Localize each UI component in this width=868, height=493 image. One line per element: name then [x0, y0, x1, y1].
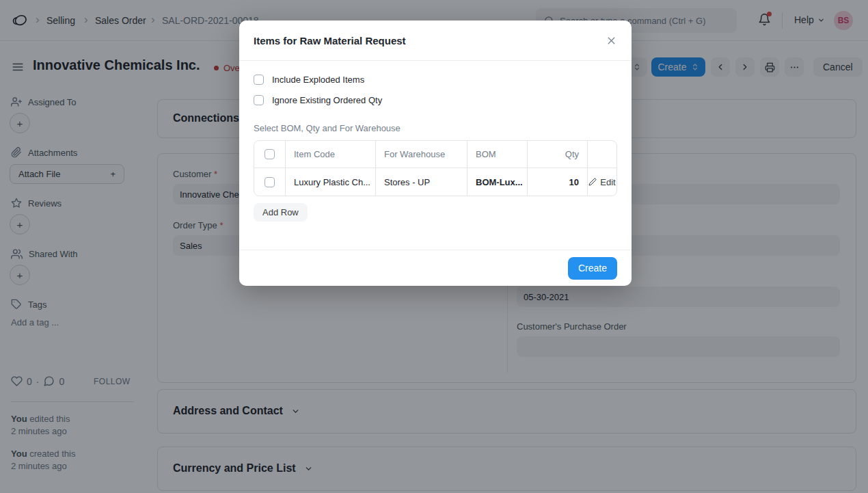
pencil-icon [588, 178, 597, 186]
qty-header: Qty [528, 141, 588, 168]
ignore-existing-ordered-qty-label: Ignore Existing Ordered Qty [272, 95, 382, 105]
bom-cell[interactable]: BOM-Lux... [467, 168, 528, 196]
dialog-footer: Create [239, 250, 632, 286]
items-grid: Item Code For Warehouse BOM Qty Luxury P… [254, 140, 617, 196]
include-exploded-items-label: Include Exploded Items [272, 75, 364, 85]
dialog-title: Items for Raw Material Request [254, 35, 406, 46]
for-warehouse-header: For Warehouse [376, 141, 467, 168]
row-checkbox[interactable] [265, 177, 275, 187]
row-edit-button[interactable]: Edit [588, 177, 615, 187]
dialog-header: Items for Raw Material Request [239, 21, 632, 61]
for-warehouse-cell[interactable]: Stores - UP [376, 168, 467, 196]
include-exploded-items-option[interactable]: Include Exploded Items [254, 75, 617, 85]
checkbox[interactable] [254, 95, 264, 105]
ignore-existing-ordered-qty-option[interactable]: Ignore Existing Ordered Qty [254, 95, 617, 105]
item-code-cell[interactable]: Luxury Plastic Ch... [286, 168, 376, 196]
dialog-body: Include Exploded Items Ignore Existing O… [239, 61, 632, 222]
grid-header-row: Item Code For Warehouse BOM Qty [254, 141, 616, 168]
select-all-checkbox[interactable] [265, 149, 275, 159]
dialog-create-button[interactable]: Create [568, 257, 617, 280]
raw-material-request-dialog: Items for Raw Material Request Include E… [239, 21, 632, 286]
add-row-button[interactable]: Add Row [254, 203, 308, 222]
qty-cell[interactable]: 10 [528, 168, 588, 196]
grid-row: Luxury Plastic Ch... Stores - UP BOM-Lux… [254, 168, 616, 196]
edit-label: Edit [600, 177, 615, 187]
checkbox[interactable] [254, 75, 264, 85]
grid-section-label: Select BOM, Qty and For Warehouse [254, 123, 617, 133]
bom-header: BOM [467, 141, 528, 168]
close-icon[interactable] [606, 35, 617, 46]
item-code-header: Item Code [286, 141, 376, 168]
